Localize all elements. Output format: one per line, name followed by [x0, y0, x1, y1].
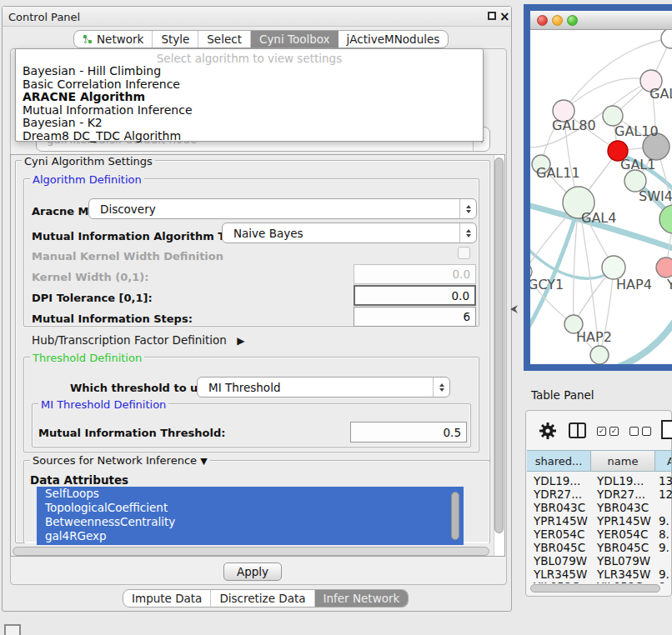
gear-icon[interactable] — [539, 422, 557, 440]
tab-network[interactable]: Network — [74, 31, 153, 48]
table-cell[interactable]: YLR345W — [534, 568, 587, 581]
tab-infer-network[interactable]: Infer Network — [315, 590, 409, 607]
unselect-all-checkbox-icon[interactable] — [629, 427, 639, 436]
kernel-width-field[interactable]: 0.0 — [354, 264, 476, 284]
close-traffic-icon[interactable] — [537, 15, 548, 26]
dpi-tolerance-field[interactable]: 0.0 — [354, 285, 476, 306]
new-table-icon[interactable] — [661, 420, 672, 439]
tab-select[interactable]: Select — [198, 31, 251, 48]
node-label: GCY1 — [530, 277, 564, 292]
column-header-partial[interactable]: A — [655, 450, 672, 472]
dropdown-item[interactable]: Bayesian - Hill Climbing — [16, 65, 483, 78]
node-label: SWI4 — [639, 188, 672, 204]
unselect-all-checkbox-icon[interactable] — [642, 427, 651, 436]
vertical-scrollbar-thumb[interactable] — [494, 158, 504, 533]
dpi-tolerance-label: DPI Tolerance [0,1]: — [32, 292, 153, 304]
select-all-checkbox-icon[interactable]: ✓ — [597, 427, 606, 436]
table-cell[interactable]: YBR045C — [534, 541, 585, 554]
table-cell[interactable]: YER054C — [597, 528, 648, 541]
tab-style[interactable]: Style — [153, 31, 198, 48]
node-label: HAP2 — [576, 329, 612, 345]
table-panel-title: Table Panel — [531, 388, 594, 402]
tab-discretize-data[interactable]: Discretize Data — [211, 590, 314, 607]
network-node[interactable] — [590, 346, 609, 364]
tab-cyni-toolbox[interactable]: Cyni Toolbox — [251, 31, 339, 48]
horizontal-scrollbar-thumb[interactable] — [13, 547, 489, 556]
table-cell[interactable]: 9 — [659, 580, 666, 583]
table-cell[interactable]: YBR045C — [597, 541, 649, 554]
show-columns-icon[interactable] — [569, 422, 586, 438]
table-cell[interactable]: YBL079W — [597, 554, 650, 568]
dropdown-item[interactable]: Mutual Information Inference — [16, 104, 483, 118]
column-header-name[interactable]: name — [591, 450, 655, 472]
network-node[interactable] — [661, 30, 672, 48]
list-item[interactable]: gal4RGexp — [37, 529, 464, 543]
column-header-shared[interactable]: shared... — [527, 450, 591, 472]
mi-algorithm-type-combobox[interactable]: Naive Bayes — [222, 222, 477, 243]
node-label: GAL80 — [552, 118, 596, 133]
bottom-tabbar: Impute Data Discretize Data Infer Networ… — [123, 589, 409, 608]
dropdown-item[interactable]: Basic Correlation Inference — [16, 78, 483, 92]
hub-definition-expander[interactable]: Hub/Transcription Factor Definition ▶ — [32, 333, 244, 347]
node-label: GAL4 — [581, 210, 616, 226]
list-item[interactable]: BetweennessCentrality — [37, 515, 464, 529]
dropdown-item[interactable]: Dream8 DC_TDC Algorithm — [16, 130, 483, 143]
mouse-cursor — [510, 305, 519, 315]
table-cell[interactable]: YBR043C — [597, 501, 649, 514]
list-item[interactable]: TopologicalCoefficient — [37, 501, 464, 515]
dropdown-item[interactable]: Bayesian - K2 — [16, 117, 483, 130]
mi-steps-field[interactable]: 6 — [354, 307, 476, 327]
table-cell[interactable]: YDL19... — [534, 474, 580, 488]
table-cell[interactable]: YIL052C — [534, 580, 579, 583]
table-cell[interactable]: YDR27... — [534, 488, 582, 501]
table-cell[interactable]: 8. — [659, 528, 669, 541]
table-cell[interactable]: 9. — [659, 514, 669, 528]
which-threshold-combobox[interactable]: MI Threshold — [197, 377, 450, 398]
combo-spinner-icon — [459, 199, 476, 218]
table-cell[interactable]: YIL052C — [597, 580, 643, 583]
float-window-icon[interactable] — [488, 12, 496, 20]
table-cell[interactable]: YDR27... — [597, 488, 645, 501]
mi-threshold-label: Mutual Information Threshold: — [38, 427, 225, 439]
table-cell[interactable]: 13 — [659, 474, 672, 488]
tab-jactivemnodules[interactable]: jActiveMNodules — [339, 31, 449, 48]
table-cell[interactable]: 12 — [659, 488, 672, 501]
table-cell[interactable]: YLR345W — [597, 568, 650, 581]
network-node[interactable] — [602, 256, 625, 279]
minimize-traffic-icon[interactable] — [552, 15, 563, 26]
manual-kernel-width-checkbox[interactable] — [458, 247, 470, 259]
node-label: GAL — [649, 86, 672, 102]
control-panel-title: Control Panel — [8, 11, 80, 23]
manual-kernel-width-label: Manual Kernel Width Definition — [32, 250, 223, 262]
expand-right-icon[interactable]: ▶ — [237, 335, 244, 347]
algorithm-dropdown: Select algorithm to view settings Bayesi… — [15, 48, 484, 142]
select-all-checkbox-icon[interactable]: ✓ — [609, 427, 619, 436]
table-cell[interactable]: 9. — [659, 541, 669, 554]
close-icon[interactable]: × — [499, 9, 510, 24]
table-cell[interactable]: 9. — [659, 568, 669, 581]
table-cell[interactable]: YBL079W — [534, 554, 587, 568]
table-horizontal-scrollbar-thumb[interactable] — [530, 584, 660, 592]
list-scrollbar-thumb[interactable] — [451, 492, 459, 540]
table-cell[interactable]: YPR145W — [534, 514, 588, 528]
table-cell[interactable]: YBR043C — [534, 501, 585, 514]
network-canvas[interactable]: GAL GAL80 GAL10 GAL11 GAL1 SWI4 GAL4 GCY… — [530, 30, 672, 364]
collapse-down-icon[interactable]: ▼ — [200, 456, 207, 467]
table-cell[interactable]: YER054C — [534, 528, 584, 541]
tab-impute-data[interactable]: Impute Data — [123, 590, 211, 607]
dropdown-item-selected[interactable]: ARACNE Algorithm — [16, 91, 483, 104]
mi-threshold-field[interactable]: 0.5 — [350, 422, 467, 442]
sources-title[interactable]: Sources for Network Inference ▼ — [30, 454, 210, 467]
network-node[interactable] — [656, 258, 672, 278]
table-cell[interactable]: YDL19... — [597, 474, 644, 488]
zoom-traffic-icon[interactable] — [567, 15, 578, 26]
node-label: GAL10 — [614, 123, 659, 139]
table-cell[interactable]: YPR145W — [597, 514, 651, 528]
list-item[interactable]: SelfLoops — [37, 487, 464, 501]
node-label: GAL11 — [536, 165, 580, 181]
data-attributes-list[interactable]: SelfLoops TopologicalCoefficient Between… — [37, 487, 464, 545]
aracne-mode-combobox[interactable]: Discovery — [88, 198, 477, 219]
table-body[interactable]: YDL19... YDL19... 13 YDR27... YDR27... 1… — [527, 473, 672, 583]
collapsed-panel-icon[interactable] — [4, 624, 21, 635]
apply-button[interactable]: Apply — [223, 562, 282, 581]
